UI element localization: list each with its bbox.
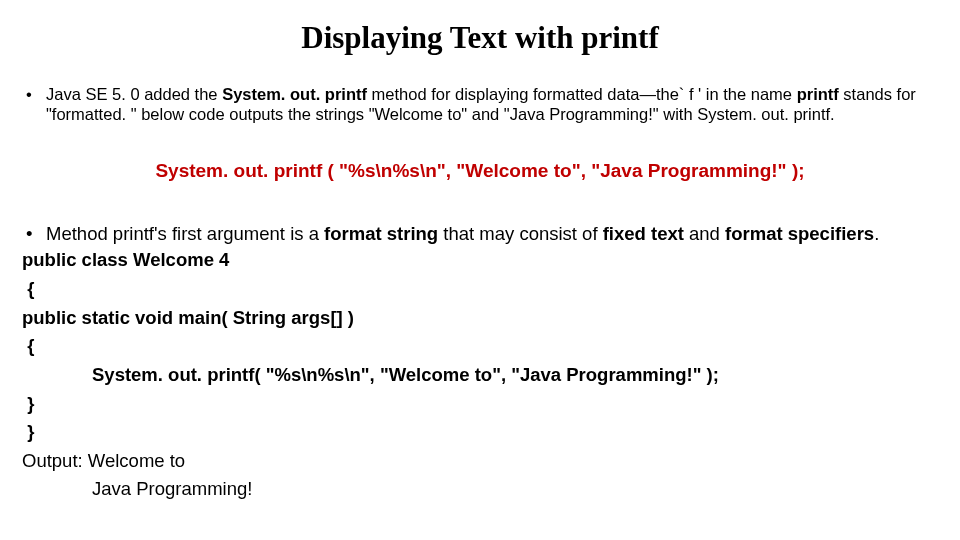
- bullet-1-text-a: Java SE 5. 0 added the: [46, 85, 222, 103]
- bullet-2: Method printf's first argument is a form…: [22, 222, 938, 246]
- bullet-2-bold-3: format specifiers: [725, 223, 874, 244]
- output-line-2: Java Programming!: [22, 475, 938, 503]
- bullet-1: Java SE 5. 0 added the System. out. prin…: [22, 84, 938, 124]
- bullet-2-text-c: and: [684, 223, 725, 244]
- bullet-2-bold-2: fixed text: [603, 223, 684, 244]
- output-label: Output:: [22, 450, 88, 471]
- bullet-2-text-d: .: [874, 223, 879, 244]
- code-line-4: {: [22, 332, 938, 361]
- output-block: Output: Welcome to Java Programming!: [22, 447, 938, 503]
- bullet-1-bold-2: printf: [797, 85, 839, 103]
- bullet-1-text-b: method for displaying formatted data—the…: [367, 85, 797, 103]
- code-line-2: {: [22, 275, 938, 304]
- slide-title: Displaying Text with printf: [22, 20, 938, 56]
- code-block: public class Welcome 4 { public static v…: [22, 246, 938, 447]
- center-code-line: System. out. printf ( "%s\n%s\n", "Welco…: [22, 160, 938, 182]
- code-line-7: }: [22, 418, 938, 447]
- bullet-2-text-a: Method printf's first argument is a: [46, 223, 324, 244]
- bullet-2-bold-1: format string: [324, 223, 438, 244]
- output-line-1: Welcome to: [88, 450, 185, 471]
- code-line-1: public class Welcome 4: [22, 246, 938, 275]
- code-line-5: System. out. printf( "%s\n%s\n", "Welcom…: [22, 361, 938, 390]
- code-line-3: public static void main( String args[] ): [22, 304, 938, 333]
- code-line-6: }: [22, 390, 938, 419]
- bullet-2-text-b: that may consist of: [438, 223, 603, 244]
- bullet-1-bold-1: System. out. printf: [222, 85, 367, 103]
